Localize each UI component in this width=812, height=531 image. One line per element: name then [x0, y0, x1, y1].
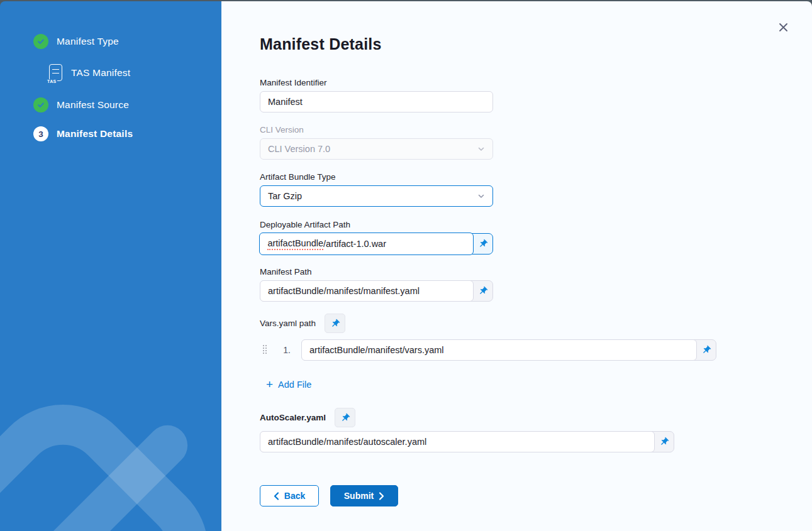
artifact-bundle-type-field: Artifact Bundle Type Tar Gzip: [260, 172, 493, 207]
plus-icon: +: [266, 378, 273, 390]
cli-version-select: CLI Version 7.0: [260, 138, 493, 160]
chevron-down-icon: [477, 145, 485, 153]
vars-yaml-item-row: 1.: [263, 339, 812, 361]
path-rest: /artifact-1.0.war: [323, 239, 386, 249]
autoscaler-path-group: [260, 431, 674, 452]
artifact-bundle-type-value: Tar Gzip: [268, 191, 302, 201]
add-file-label: Add File: [278, 380, 311, 390]
vars-yaml-label: Vars.yaml path: [260, 318, 316, 329]
vars-yaml-label-row: Vars.yaml path: [260, 314, 812, 333]
vars-yaml-path-input[interactable]: [301, 339, 697, 361]
wizard-footer-buttons: Back Submit: [260, 485, 812, 506]
manifest-wizard-modal: Manifest Type TAS TAS Manifest Manifest …: [0, 1, 812, 531]
sidebar-substep-tas-manifest[interactable]: TAS TAS Manifest: [49, 64, 221, 81]
pin-icon[interactable]: [474, 281, 492, 301]
step-number-badge: 3: [33, 126, 48, 141]
wizard-sidebar: Manifest Type TAS TAS Manifest Manifest …: [0, 1, 221, 531]
pin-icon[interactable]: [325, 314, 345, 333]
substep-label: TAS Manifest: [71, 67, 130, 79]
deployable-artifact-path-field: Deployable Artifact Path artifactBundle/…: [260, 219, 493, 255]
back-button[interactable]: Back: [260, 485, 319, 506]
artifact-bundle-type-label: Artifact Bundle Type: [260, 172, 493, 182]
step-label: Manifest Details: [57, 128, 133, 140]
sidebar-step-manifest-type[interactable]: Manifest Type: [33, 34, 221, 49]
pin-icon[interactable]: [474, 234, 492, 254]
manifest-path-input[interactable]: [260, 280, 474, 302]
manifest-path-field: Manifest Path: [260, 266, 493, 302]
step-complete-check-icon: [33, 34, 48, 49]
cli-version-field: CLI Version CLI Version 7.0: [260, 124, 493, 160]
pin-icon[interactable]: [697, 340, 716, 360]
autoscaler-label-row: AutoScaler.yaml: [260, 408, 812, 427]
step-label: Manifest Type: [57, 36, 119, 47]
misspelled-token: artifactBundle: [267, 238, 323, 250]
cli-version-value: CLI Version 7.0: [268, 144, 330, 154]
chevron-left-icon: [274, 492, 279, 500]
artifact-bundle-type-select[interactable]: Tar Gzip: [260, 185, 493, 207]
add-file-button[interactable]: + Add File: [266, 378, 311, 390]
sidebar-step-manifest-details[interactable]: 3 Manifest Details: [33, 126, 221, 141]
back-button-label: Back: [284, 491, 305, 501]
submit-button[interactable]: Submit: [330, 485, 398, 506]
vars-yaml-path-group: [301, 339, 716, 361]
tas-manifest-file-icon: TAS: [49, 64, 62, 81]
autoscaler-label: AutoScaler.yaml: [260, 412, 326, 423]
manifest-details-panel: Manifest Details Manifest Identifier CLI…: [221, 1, 812, 531]
manifest-identifier-field: Manifest Identifier: [260, 77, 493, 112]
manifest-identifier-label: Manifest Identifier: [260, 77, 493, 88]
deployable-artifact-path-input[interactable]: artifactBundle/artifact-1.0.war: [259, 233, 474, 255]
pin-icon[interactable]: [335, 408, 355, 427]
pin-icon[interactable]: [655, 432, 674, 452]
harness-logo-watermark: [0, 396, 217, 531]
manifest-path-group: [260, 280, 493, 302]
drag-handle-icon[interactable]: [263, 345, 268, 355]
sidebar-step-manifest-source[interactable]: Manifest Source: [33, 97, 221, 112]
row-index: 1.: [281, 345, 291, 355]
autoscaler-path-input[interactable]: [260, 431, 655, 452]
step-label: Manifest Source: [57, 99, 129, 111]
step-complete-check-icon: [33, 97, 48, 112]
page-title: Manifest Details: [260, 35, 812, 53]
submit-button-label: Submit: [344, 491, 374, 501]
deployable-artifact-path-label: Deployable Artifact Path: [260, 219, 493, 230]
deployable-artifact-path-group: artifactBundle/artifact-1.0.war: [260, 233, 493, 255]
chevron-down-icon: [477, 192, 485, 200]
cli-version-label: CLI Version: [260, 124, 493, 135]
chevron-right-icon: [379, 492, 384, 500]
manifest-path-label: Manifest Path: [260, 266, 493, 277]
manifest-identifier-input[interactable]: [260, 91, 493, 112]
close-icon[interactable]: [777, 21, 789, 33]
